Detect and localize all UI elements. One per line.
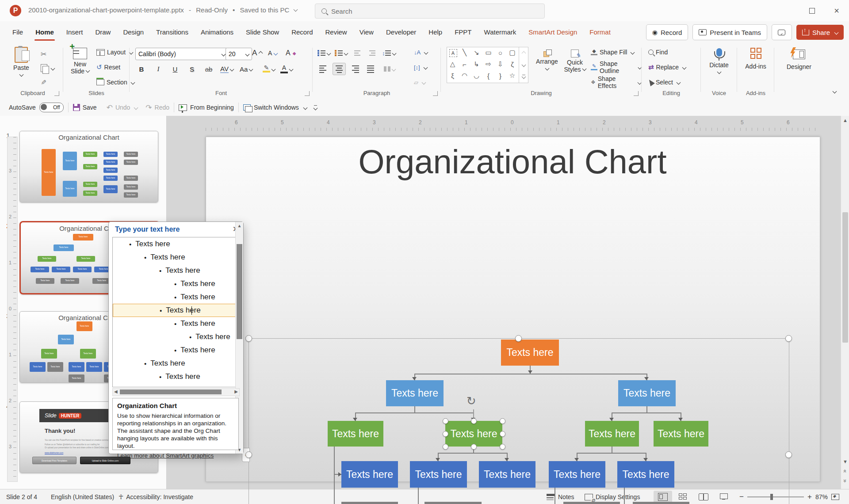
shape-arc-icon[interactable]: ◡ — [471, 70, 482, 81]
pane-scroll-right-icon[interactable]: ▶ — [234, 389, 238, 394]
org-node-l3-selected[interactable]: Texts here — [445, 421, 502, 447]
switch-windows-button[interactable]: Switch Windows — [243, 104, 307, 111]
zoom-percentage[interactable]: 87% — [815, 493, 828, 500]
layout-button[interactable]: Layout — [96, 47, 133, 57]
shape-elbow-icon[interactable]: ⌐ — [459, 59, 470, 69]
grow-font-button[interactable]: A — [252, 48, 262, 58]
rotate-handle-icon[interactable]: ↻ — [467, 395, 476, 407]
shape-curve-icon[interactable]: ◠ — [459, 70, 470, 81]
previous-slide-button[interactable]: « — [841, 468, 849, 474]
frame-resize-handle[interactable] — [515, 335, 522, 342]
org-node-l2[interactable]: Texts here — [386, 380, 444, 406]
columns-button[interactable] — [384, 64, 395, 74]
character-spacing-button[interactable]: AV — [220, 64, 233, 74]
undo-button[interactable]: ↶Undo — [107, 103, 138, 112]
text-pane-item-level-5[interactable]: •Texts here — [113, 330, 239, 344]
tab-home[interactable]: Home — [29, 22, 60, 42]
new-slide-button[interactable]: New Slide — [67, 48, 93, 75]
frame-resize-handle[interactable] — [245, 451, 252, 458]
font-dialog-launcher[interactable] — [305, 91, 310, 96]
numbering-button[interactable] — [335, 48, 348, 58]
justify-button[interactable] — [365, 64, 376, 74]
org-node-l4[interactable]: Texts here — [479, 461, 535, 488]
org-node-l5[interactable]: Texts here — [633, 502, 689, 504]
text-pane-item-level-4[interactable]: •Texts here — [113, 317, 239, 330]
tab-design[interactable]: Design — [117, 22, 150, 42]
decrease-indent-button[interactable] — [352, 48, 363, 58]
vertical-ruler[interactable]: 3210123 — [7, 137, 18, 482]
restore-window-button[interactable] — [799, 0, 824, 21]
text-highlight-button[interactable]: ✎ — [263, 64, 275, 74]
horizontal-ruler[interactable]: 6543210123456 — [206, 118, 819, 132]
shape-arrowline-icon[interactable]: ↘ — [471, 47, 482, 58]
replace-button[interactable]: ⇄Replace — [648, 62, 686, 73]
addins-button[interactable]: Add-ins — [743, 48, 769, 70]
language-indicator[interactable]: English (United States) — [51, 489, 114, 504]
text-pane-item-level-4[interactable]: •Texts here — [113, 277, 239, 290]
node-resize-handle[interactable] — [471, 418, 477, 424]
record-button[interactable]: ◉Record — [646, 24, 688, 40]
tab-slide-show[interactable]: Slide Show — [240, 22, 285, 42]
slide-1-thumbnail[interactable]: Organizational Chart Texts hereTexts her… — [19, 131, 158, 202]
shape-star-icon[interactable]: ☆ — [507, 70, 518, 81]
shape-rrect-icon[interactable]: ▢ — [507, 47, 518, 58]
tab-animations[interactable]: Animations — [195, 22, 240, 42]
change-case-button[interactable]: Aa — [240, 64, 252, 74]
search-input[interactable]: Search — [315, 4, 545, 19]
node-resize-handle[interactable] — [443, 431, 448, 437]
scrollbar-thumb[interactable] — [842, 212, 848, 343]
learn-more-link[interactable]: Learn more about SmartArt graphics — [117, 452, 214, 459]
org-node-l3[interactable]: Texts here — [654, 421, 708, 447]
shape-bracer-icon[interactable]: } — [495, 70, 506, 81]
paragraph-dialog-launcher[interactable] — [433, 91, 438, 96]
shape-tri-icon[interactable]: △ — [447, 59, 458, 69]
text-pane-item-level-4[interactable]: •Texts here — [113, 290, 239, 304]
org-node-l4[interactable]: Texts here — [617, 461, 674, 488]
convert-smartart-button[interactable]: ▱ — [414, 77, 425, 88]
node-resize-handle[interactable] — [500, 418, 505, 424]
text-pane-item-level-4[interactable]: •Texts here — [113, 344, 239, 357]
tab-view[interactable]: View — [353, 22, 380, 42]
text-shadow-button[interactable]: S — [187, 64, 197, 74]
pane-scroll-left-icon[interactable]: ◀ — [114, 389, 118, 394]
shapes-gallery[interactable]: A╲↘▭○▢△⌐↳⇨⇩ζξ◠◡{}☆ — [447, 47, 519, 83]
tab-record[interactable]: Record — [285, 22, 319, 42]
designer-button[interactable]: Designer — [783, 48, 815, 71]
tab-draw[interactable]: Draw — [89, 22, 117, 42]
from-beginning-button[interactable]: From Beginning — [179, 104, 234, 111]
section-button[interactable]: Section — [96, 77, 134, 88]
text-pane-item-level-3[interactable]: •Texts here — [113, 264, 239, 277]
scroll-down-icon[interactable]: ▼ — [841, 459, 849, 464]
autosave-toggle[interactable]: Off — [39, 103, 64, 112]
clipboard-dialog-launcher[interactable] — [54, 91, 59, 96]
shape-fill-button[interactable]: ◆Shape Fill — [591, 47, 634, 57]
tab-developer[interactable]: Developer — [380, 22, 422, 42]
drawing-dialog-launcher[interactable] — [634, 91, 639, 96]
shape-effects-button[interactable]: ❖Shape Effects — [591, 77, 641, 88]
org-node-l4[interactable]: Texts here — [341, 461, 398, 488]
close-window-button[interactable]: × — [824, 0, 849, 21]
select-button[interactable]: Select — [648, 77, 680, 88]
pane-hscroll-thumb[interactable] — [120, 389, 222, 394]
tab-insert[interactable]: Insert — [60, 22, 89, 42]
line-spacing-button[interactable]: ↕ — [382, 48, 396, 58]
qat-overflow-button[interactable] — [314, 105, 317, 110]
copy-button[interactable] — [41, 63, 54, 73]
shapes-gallery-scroll[interactable] — [519, 47, 528, 83]
comments-button[interactable] — [772, 24, 792, 40]
org-node-l2[interactable]: Texts here — [618, 380, 676, 406]
next-slide-button[interactable]: » — [841, 477, 849, 484]
italic-button[interactable]: I — [153, 64, 164, 74]
cut-button[interactable]: ✂ — [41, 49, 46, 59]
node-resize-handle[interactable] — [443, 444, 448, 450]
format-painter-button[interactable]: ✎ — [41, 77, 46, 88]
align-left-button[interactable] — [317, 64, 328, 74]
shape-line-icon[interactable]: ╲ — [459, 47, 470, 58]
tab-transitions[interactable]: Transitions — [150, 22, 195, 42]
shape-arrowr-icon[interactable]: ⇨ — [483, 59, 494, 69]
shape-freeform-icon[interactable]: ζ — [507, 59, 518, 69]
tab-format[interactable]: Format — [583, 22, 617, 42]
font-family-select[interactable]: Calibri (Body) — [135, 48, 228, 60]
org-node-l4[interactable]: Texts here — [410, 461, 467, 488]
tab-help[interactable]: Help — [422, 22, 448, 42]
